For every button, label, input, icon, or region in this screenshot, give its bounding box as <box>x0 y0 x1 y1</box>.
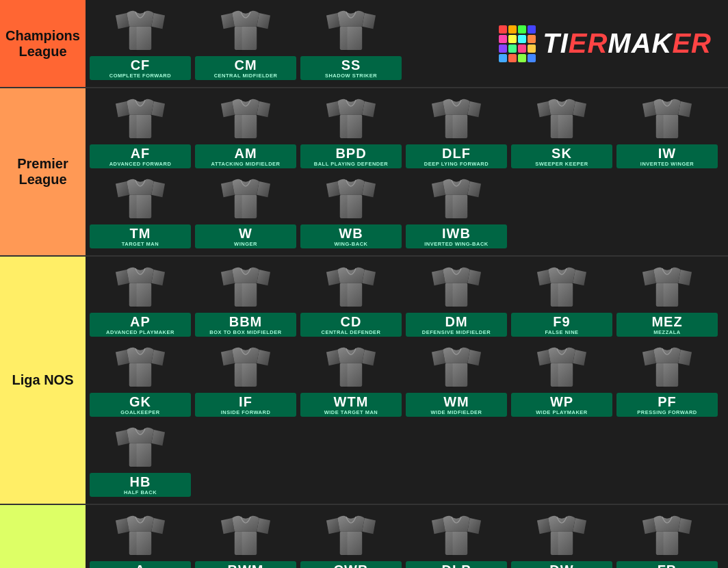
player-card-mez[interactable]: MEZMEZZALA <box>616 263 718 337</box>
player-card-tm[interactable]: TMTARGET MAN <box>90 175 191 248</box>
player-card-ap[interactable]: APADVANCED PLAYMAKER <box>90 263 191 337</box>
role-abbr: CD <box>304 314 398 329</box>
svg-marker-33 <box>326 181 340 197</box>
svg-marker-91 <box>573 518 586 534</box>
player-card-a[interactable]: AANCHOR MAN <box>90 512 191 568</box>
role-badge: MEZMEZZALA <box>616 313 718 337</box>
logo-area: TiERMAKER <box>404 25 725 62</box>
shirt-icon <box>113 95 168 143</box>
player-card-bwm[interactable]: BWMBALL WINNING MIDFIELDER <box>195 512 296 568</box>
svg-marker-24 <box>642 101 656 117</box>
svg-marker-66 <box>432 350 445 365</box>
player-card-f9[interactable]: F9FALSE NINE <box>511 263 612 337</box>
player-card-cd[interactable]: CDCENTRAL DEFENDER <box>300 263 402 337</box>
player-card-fb[interactable]: FBFULL-BACK <box>616 512 718 568</box>
role-full-name: BOX TO BOX MIDFIELDER <box>199 329 292 335</box>
role-badge: HBHALF BACK <box>90 473 191 497</box>
svg-marker-52 <box>573 270 586 285</box>
logo-grid <box>499 25 536 62</box>
svg-marker-64 <box>362 350 376 365</box>
role-abbr: W <box>199 226 292 241</box>
role-badge: DWDEFENSIVE WINGER <box>511 561 612 568</box>
role-abbr: A <box>94 563 187 568</box>
tier-label-liga: Liga NOS <box>0 257 86 504</box>
svg-marker-48 <box>432 270 445 285</box>
role-full-name: DEFENSIVE MIDFIELDER <box>410 329 503 335</box>
role-abbr: TM <box>94 226 187 241</box>
role-badge: BPDBALL PLAYING DEFENDER <box>300 144 402 168</box>
player-card-pf[interactable]: PFPRESSING FORWARD <box>616 344 718 417</box>
player-card-dlf[interactable]: DLFDEEP LYING FORWARD <box>406 95 507 168</box>
player-card-wm[interactable]: WMWIDE MIDFIELDER <box>406 344 507 417</box>
svg-marker-85 <box>362 518 376 534</box>
tier-content-premier: AFADVANCED FORWARD AMATTACKING MIDFIELDE… <box>86 88 728 255</box>
role-full-name: WIDE PLAYMAKER <box>515 409 608 415</box>
svg-marker-88 <box>467 518 481 534</box>
player-card-wp[interactable]: WPWIDE PLAYMAKER <box>511 344 612 417</box>
logo-dot <box>499 25 507 34</box>
logo-dot <box>528 35 536 43</box>
role-badge: PFPRESSING FORWARD <box>616 393 718 417</box>
role-full-name: DEEP LYING FORWARD <box>410 161 503 167</box>
player-card-am[interactable]: AMATTACKING MIDFIELDER <box>195 95 296 168</box>
player-card-wb[interactable]: WBWING-BACK <box>300 175 402 248</box>
player-card-cwb[interactable]: CWBCOMPLETE WING-BACK <box>300 512 402 568</box>
logo-dot <box>528 54 536 62</box>
svg-marker-87 <box>432 518 445 534</box>
player-card-w[interactable]: WWINGER <box>195 175 296 248</box>
player-card-ss[interactable]: SSSHADOW STRIKER <box>300 7 402 80</box>
role-badge: AMATTACKING MIDFIELDER <box>195 144 296 168</box>
role-abbr: CM <box>199 57 292 73</box>
svg-marker-40 <box>151 270 165 285</box>
role-abbr: HB <box>94 474 187 489</box>
role-abbr: WTM <box>304 394 398 409</box>
role-abbr: BPD <box>304 146 398 161</box>
logo-dot <box>528 25 536 34</box>
logo-dot <box>499 54 507 62</box>
svg-marker-45 <box>326 270 340 285</box>
logo-dot <box>528 44 536 53</box>
role-badge: F9FALSE NINE <box>511 313 612 337</box>
player-card-iw[interactable]: IWINVERTED WINGER <box>616 95 718 168</box>
svg-marker-72 <box>642 350 656 365</box>
svg-marker-79 <box>151 518 165 534</box>
role-badge: CMCENTRAL MIDFIELDER <box>195 56 296 80</box>
player-card-wtm[interactable]: WTMWIDE TARGET MAN <box>300 344 402 417</box>
player-card-if[interactable]: IFINSIDE FORWARD <box>195 344 296 417</box>
player-card-dw[interactable]: DWDEFENSIVE WINGER <box>511 512 612 568</box>
role-abbr: DM <box>410 314 503 329</box>
tier-label-champions: Champions League <box>0 0 86 87</box>
logo-dot <box>518 35 526 43</box>
svg-marker-22 <box>573 101 586 117</box>
player-card-cf[interactable]: CFCOMPLETE FORWARD <box>90 7 191 80</box>
player-card-af[interactable]: AFADVANCED FORWARD <box>90 95 191 168</box>
player-card-cm[interactable]: CMCENTRAL MIDFIELDER <box>195 7 296 80</box>
role-abbr: FB <box>621 563 714 568</box>
player-card-dm[interactable]: DMDEFENSIVE MIDFIELDER <box>406 263 507 337</box>
logo-dot <box>508 35 517 43</box>
role-abbr: BBM <box>199 314 292 329</box>
tier-content-liga: APADVANCED PLAYMAKER BBMBOX TO BOX MIDFI… <box>86 257 728 504</box>
role-badge: IWINVERTED WINGER <box>616 144 718 168</box>
shirt-icon <box>429 263 484 311</box>
player-card-sk[interactable]: SKSWEEPER KEEPER <box>511 95 612 168</box>
role-abbr: BWM <box>199 563 292 568</box>
player-card-dlp[interactable]: DLPDEEP LYING PLAYMAKER <box>406 512 507 568</box>
role-abbr: AP <box>94 314 187 329</box>
role-full-name: INVERTED WINGER <box>621 161 714 167</box>
role-full-name: CENTRAL DEFENDER <box>304 329 398 335</box>
player-card-iwb[interactable]: IWBINVERTED WING-BACK <box>406 175 507 248</box>
shirt-icon <box>324 512 378 560</box>
shirt-icon <box>429 344 484 391</box>
role-abbr: AM <box>199 146 292 161</box>
svg-marker-1 <box>151 13 165 29</box>
logo-dot <box>508 54 517 62</box>
player-card-hb[interactable]: HBHALF BACK <box>90 424 191 497</box>
player-card-gk[interactable]: GKGOALKEEPER <box>90 344 191 417</box>
player-card-bbm[interactable]: BBMBOX TO BOX MIDFIELDER <box>195 263 296 337</box>
svg-marker-27 <box>116 181 129 197</box>
shirt-icon <box>113 263 168 311</box>
role-badge: WPWIDE PLAYMAKER <box>511 393 612 417</box>
player-card-bpd[interactable]: BPDBALL PLAYING DEFENDER <box>300 95 402 168</box>
role-full-name: CENTRAL MIDFIELDER <box>199 73 292 79</box>
